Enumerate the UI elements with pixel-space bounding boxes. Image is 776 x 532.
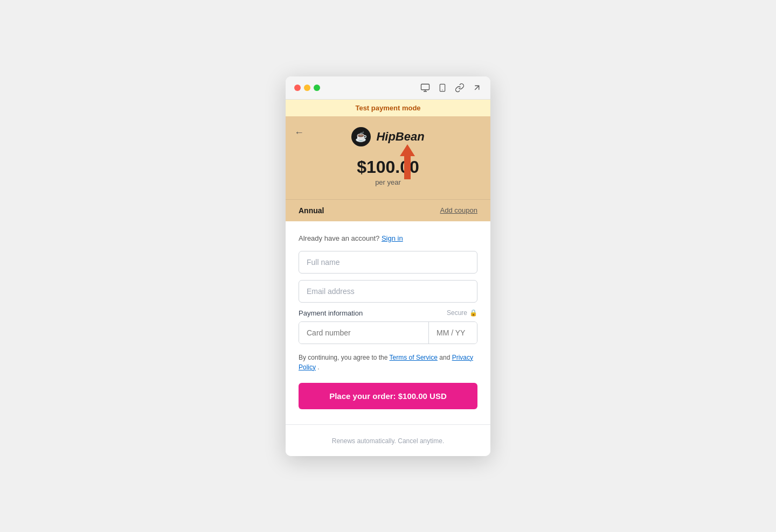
browser-window: Test payment mode ← ☕ HipBean $100.00 pe… [286,76,490,456]
renews-text: Renews automatically. Cancel anytime. [332,437,445,445]
brand-name: HipBean [376,130,424,144]
browser-actions [420,83,482,93]
place-order-button[interactable]: Place your order: $100.00 USD [299,383,477,409]
terms-text: By continuing, you agree to the Terms of… [299,353,477,372]
brand-row: ☕ HipBean [299,127,477,146]
close-button[interactable] [294,85,301,91]
sign-in-link[interactable]: Sign in [382,234,403,242]
price-display: $100.00 per year [299,157,477,186]
add-coupon-link[interactable]: Add coupon [440,206,477,214]
brand-logo: ☕ [351,127,371,146]
link-icon[interactable] [455,83,465,93]
full-name-input[interactable] [299,251,477,274]
plan-label: Annual [299,206,324,215]
test-payment-banner: Test payment mode [286,100,490,116]
secure-badge: Secure 🔒 [447,309,477,317]
terms-of-service-link[interactable]: Terms of Service [390,354,438,361]
svg-rect-3 [440,84,445,91]
maximize-button[interactable] [314,85,320,91]
browser-chrome [286,76,490,100]
share-icon[interactable] [472,83,482,93]
product-header: ← ☕ HipBean $100.00 per year [286,116,490,199]
secure-label-text: Secure [447,309,467,317]
price-period: per year [299,178,477,186]
already-account-text: Already have an account? Sign in [299,234,477,242]
card-expiry-input[interactable] [428,322,477,344]
svg-line-5 [475,86,479,90]
lock-icon: 🔒 [469,309,477,317]
card-inputs-row [299,321,477,344]
billing-row: Annual Add coupon [286,199,490,221]
payment-label: Payment information [299,309,363,317]
card-number-input[interactable] [299,322,428,344]
mobile-icon[interactable] [438,83,447,93]
brand-logo-emoji: ☕ [355,131,367,143]
email-input[interactable] [299,280,477,303]
form-area: Already have an account? Sign in Payment… [286,221,490,424]
back-button[interactable]: ← [294,127,304,138]
traffic-lights [294,85,320,91]
price-amount: $100.00 [299,157,477,177]
form-footer: Renews automatically. Cancel anytime. [286,424,490,456]
monitor-icon[interactable] [420,83,430,93]
test-banner-text: Test payment mode [355,104,420,112]
payment-section-header: Payment information Secure 🔒 [299,309,477,317]
svg-rect-0 [421,84,429,90]
minimize-button[interactable] [304,85,310,91]
